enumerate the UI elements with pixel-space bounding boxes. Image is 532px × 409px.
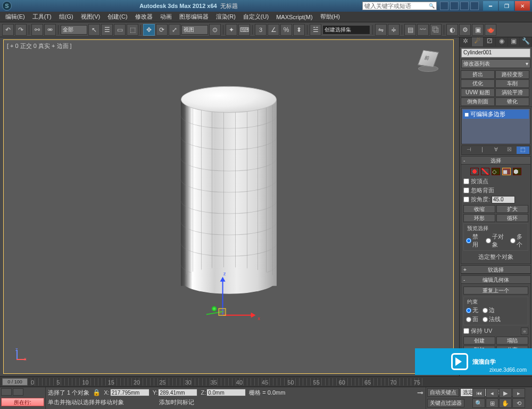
preserve-uv-checkbox[interactable]: [463, 328, 469, 334]
schematic-button[interactable]: ⿻: [430, 24, 442, 36]
selection-filter-dropdown[interactable]: 全部: [61, 25, 87, 35]
snap-button[interactable]: 3: [255, 24, 267, 36]
constraint-edge-radio[interactable]: [483, 308, 488, 313]
preview-off-radio[interactable]: [466, 238, 471, 243]
rollout-editgeo-header[interactable]: 编辑几何体: [461, 276, 530, 284]
tab-modify[interactable]: ☄: [472, 37, 484, 46]
create-button[interactable]: 创建: [463, 337, 495, 345]
menu-views[interactable]: 视图(V): [78, 12, 104, 22]
loop-button[interactable]: 循环: [496, 214, 528, 222]
tab-hierarchy[interactable]: ⚂: [484, 37, 496, 46]
edit-selset-button[interactable]: ☱: [310, 24, 321, 36]
menu-render[interactable]: 渲染(R): [213, 12, 239, 22]
angle-spinner[interactable]: 45.0: [492, 196, 515, 203]
subobj-element-icon[interactable]: ⬢: [513, 168, 521, 175]
prev-frame-button[interactable]: ◂: [486, 388, 498, 398]
menu-customize[interactable]: 自定义(U): [240, 12, 272, 22]
autokey-button[interactable]: 自动关键点: [427, 388, 459, 397]
menu-modifiers[interactable]: 修改器: [132, 12, 156, 22]
rollout-softsel-header[interactable]: 软选择: [461, 266, 530, 274]
modifier-list-dropdown[interactable]: 修改器列表: [461, 59, 530, 68]
script-listener-button[interactable]: [1, 388, 12, 396]
menu-maxscript[interactable]: MAXScript(M): [273, 13, 315, 21]
minimize-button[interactable]: ━: [483, 1, 498, 11]
menu-graph[interactable]: 图形编辑器: [176, 12, 212, 22]
menu-create[interactable]: 创建(C): [104, 12, 130, 22]
menu-group[interactable]: 组(G): [56, 12, 77, 22]
menu-tools[interactable]: 工具(T): [29, 12, 55, 22]
preview-multi-radio[interactable]: [510, 238, 516, 243]
subobj-border-icon[interactable]: ◇: [492, 168, 500, 175]
spinner-snap-button[interactable]: ⬍: [293, 24, 305, 36]
ignore-backfacing-checkbox[interactable]: [463, 187, 469, 193]
help-search-input[interactable]: 键入关键字或短语: [362, 2, 437, 10]
repeat-last-button[interactable]: 重复上一个: [463, 287, 528, 295]
constraint-face-radio[interactable]: [466, 317, 471, 322]
menu-edit[interactable]: 编辑(E): [2, 12, 28, 22]
layer-button[interactable]: ▤: [404, 24, 416, 36]
mod-btn-uvwmap[interactable]: UVW 贴图: [461, 88, 495, 97]
scale-button[interactable]: ⤢: [169, 24, 180, 36]
pan-button[interactable]: ✋: [499, 398, 512, 408]
unlink-button[interactable]: ⚮: [44, 24, 56, 36]
angle-snap-button[interactable]: ∠: [268, 24, 279, 36]
subobj-vertex-icon[interactable]: [470, 168, 479, 175]
constraint-normal-radio[interactable]: [483, 317, 488, 322]
preview-subobj-radio[interactable]: [486, 238, 491, 243]
modifier-stack[interactable]: ◼ 可编辑多边形: [461, 108, 530, 144]
mod-btn-lathe[interactable]: 车削: [495, 79, 529, 88]
refcoord-dropdown[interactable]: 视图: [181, 25, 208, 35]
add-time-tag-button[interactable]: 添加时间标记: [159, 398, 194, 406]
render-button[interactable]: 🫖: [485, 24, 496, 36]
viewcube[interactable]: [416, 46, 440, 71]
mod-btn-extrude[interactable]: 挤出: [461, 70, 495, 79]
object-name-field[interactable]: Cylinder001: [461, 48, 530, 58]
time-slider[interactable]: 0 / 100 051015202530354045505560657075: [0, 376, 532, 387]
mod-btn-optimize[interactable]: 优化: [461, 79, 495, 88]
lock-selection-icon[interactable]: 🔒: [93, 389, 101, 396]
subobj-polygon-icon[interactable]: ◼: [502, 168, 511, 175]
menu-animation[interactable]: 动画: [157, 12, 175, 22]
keyfilters-button[interactable]: 关键点过滤器: [427, 399, 464, 407]
app-logo[interactable]: S: [2, 1, 12, 11]
viewport[interactable]: [ + 0 正交 0 真实 + 边面 ] z x zx: [3, 39, 454, 374]
tab-create[interactable]: ✲: [460, 37, 472, 46]
prompt-button[interactable]: [13, 388, 23, 396]
render-setup-button[interactable]: ⚙: [459, 24, 471, 36]
tab-display[interactable]: ▣: [508, 37, 520, 46]
close-button[interactable]: ✕: [515, 1, 530, 11]
transform-gizmo[interactable]: z x: [195, 267, 259, 331]
collapse-button[interactable]: 塌陷: [496, 337, 528, 345]
shrink-button[interactable]: 收缩: [463, 205, 495, 213]
mod-btn-bevelprofile[interactable]: 倒角剖面: [461, 97, 495, 106]
by-vertex-checkbox[interactable]: [463, 178, 469, 184]
mirror-button[interactable]: ⇋: [375, 24, 387, 36]
preserve-uv-settings-button[interactable]: ▫: [521, 328, 528, 335]
select-rect-button[interactable]: ▭: [114, 24, 126, 36]
key-icon[interactable]: ⊸: [417, 388, 423, 397]
pivot-button[interactable]: ⊙: [209, 24, 221, 36]
tab-motion[interactable]: ◉: [496, 37, 508, 46]
viewport-label[interactable]: [ + 0 正交 0 真实 + 边面 ]: [7, 42, 72, 50]
cylinder-object[interactable]: [181, 86, 277, 294]
render-frame-button[interactable]: ▣: [472, 24, 484, 36]
maximize-button[interactable]: ❐: [499, 1, 514, 11]
by-angle-checkbox[interactable]: [463, 197, 469, 202]
time-slider-thumb[interactable]: 0 / 100: [2, 378, 28, 386]
manipulate-button[interactable]: ✦: [226, 24, 237, 36]
coord-x-field[interactable]: 217.795mm: [110, 389, 149, 396]
play-button[interactable]: ▶: [499, 388, 512, 398]
curve-editor-button[interactable]: 〰: [417, 24, 429, 36]
window-crossing-button[interactable]: ⬚: [127, 24, 138, 36]
select-object-button[interactable]: ↖: [88, 24, 100, 36]
align-button[interactable]: ≑: [388, 24, 400, 36]
link-button[interactable]: ⚯: [31, 24, 43, 36]
coord-y-field[interactable]: 289.41mm: [158, 389, 197, 396]
redo-button[interactable]: ↷: [15, 24, 27, 36]
next-frame-button[interactable]: ▸: [512, 388, 525, 398]
rollout-selection-header[interactable]: 选择: [461, 157, 530, 165]
stack-item-editpoly[interactable]: ◼ 可编辑多边形: [463, 110, 529, 119]
undo-button[interactable]: ↶: [2, 24, 14, 36]
mod-btn-taper[interactable]: 锥化: [495, 97, 529, 106]
time-ruler[interactable]: 051015202530354045505560657075: [31, 378, 426, 386]
